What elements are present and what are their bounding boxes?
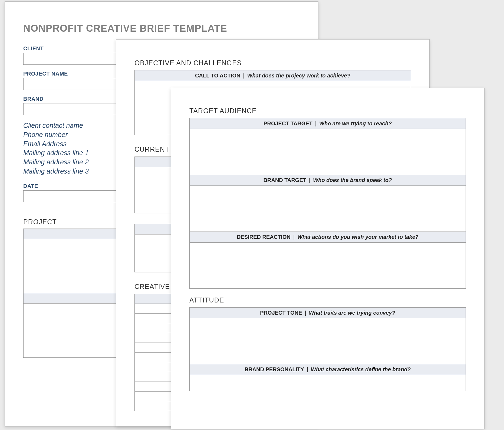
date-input[interactable] [23,190,121,202]
separator: | [243,73,245,79]
desired-reaction-header: DESIRED REACTION | What actions do you w… [189,232,466,243]
brand-target-label: BRAND TARGET [263,177,307,183]
cta-header: CALL TO ACTION | What does the projecy w… [134,70,411,81]
desired-reaction-label: DESIRED REACTION [237,234,291,240]
brand-personality-question: What characteristics define the brand? [311,366,411,373]
brand-target-header: BRAND TARGET | Who does the brand speak … [189,175,466,186]
brand-personality-body[interactable] [189,375,466,391]
project-tone-body[interactable] [189,318,466,364]
project-target-body[interactable] [189,129,466,175]
attitude-section-title: ATTITUDE [189,296,466,304]
separator: | [307,366,308,373]
cta-label: CALL TO ACTION [195,73,240,79]
client-input[interactable] [23,53,121,65]
brand-personality-label: BRAND PERSONALITY [245,366,304,373]
target-section-title: TARGET AUDIENCE [189,107,466,115]
project-name-input[interactable] [23,78,121,90]
brand-target-body[interactable] [189,186,466,232]
project-tone-question: What traits are we trying convey? [309,310,395,316]
separator: | [305,310,306,316]
objective-section-title: OBJECTIVE AND CHALLENGES [134,59,411,67]
desired-reaction-question: What actions do you wish your market to … [297,234,419,240]
desired-reaction-body[interactable] [189,243,466,289]
project-target-label: PROJECT TARGET [263,120,312,127]
cta-question: What does the projecy work to achieve? [247,73,350,79]
page-3: TARGET AUDIENCE PROJECT TARGET | Who are… [171,88,485,429]
project-target-question: Who are we trying to reach? [319,120,392,127]
project-target-header: PROJECT TARGET | Who are we trying to re… [189,118,466,129]
brand-target-question: Who does the brand speak to? [313,177,392,183]
brand-personality-header: BRAND PERSONALITY | What characteristics… [189,364,466,375]
separator: | [315,120,317,127]
separator: | [309,177,310,183]
document-title: NONPROFIT CREATIVE BRIEF TEMPLATE [23,23,300,34]
separator: | [293,234,295,240]
brand-input[interactable] [23,103,121,115]
project-tone-header: PROJECT TONE | What traits are we trying… [189,307,466,318]
project-tone-label: PROJECT TONE [260,310,302,316]
